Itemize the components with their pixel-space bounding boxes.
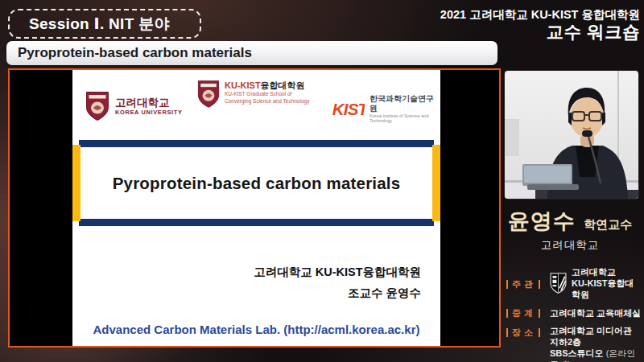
broadcast-line1: 고려대학교 교육매체실 <box>550 307 641 319</box>
host-label: 주관 <box>512 278 536 290</box>
broadcast-label-group: 중계 <box>506 307 550 319</box>
ku-name-ko: 고려대학교 <box>115 97 183 109</box>
separator <box>539 328 540 337</box>
yellow-bar-left <box>72 145 80 221</box>
kukist-shield-icon <box>197 80 220 109</box>
kist-acronym-text: KIST <box>332 100 365 118</box>
lab-website-text: Advanced Carbon Materials Lab. (http://a… <box>72 323 440 336</box>
session-badge: Session Ⅰ. NIT 분야 <box>8 9 201 39</box>
venue-line2-bold: SBS스튜디오 <box>550 348 606 358</box>
separator <box>539 309 540 318</box>
kukist-title-line: KU-KIST융합대학원 <box>225 80 309 91</box>
kukist-logo-text: KU-KIST융합대학원 KU-KIST Graduate School of … <box>225 80 309 105</box>
separator <box>506 309 508 318</box>
kist-logo-text: 한국과학기술연구원 Korea Institute of Science and… <box>369 94 440 123</box>
slide-logo-row: 고려대학교 KOREA UNIVERSITY KU-KIST융합대학원 <box>72 70 440 133</box>
host-content: 고려대학교 KU-KIST융합대학원 <box>550 266 642 300</box>
event-title: 2021 고려대학교 KU-KIST 융합대학원 교수 워크숍 <box>440 6 640 42</box>
host-label-group: 주관 <box>506 278 550 290</box>
kist-logo: KIST 한국과학기술연구원 Korea Institute of Scienc… <box>332 94 440 123</box>
yellow-bar-right <box>432 145 440 221</box>
venue-label-group: 장소 <box>506 327 550 339</box>
venue-label: 장소 <box>512 327 536 339</box>
ku-logo-text: 고려대학교 KOREA UNIVERSITY <box>115 97 183 116</box>
host-line1: 고려대학교 <box>572 266 642 278</box>
venue-line2: SBS스튜디오 (온라인중계) <box>550 348 642 362</box>
slide-affiliation: 고려대학교 KU-KIST융합대학원 <box>254 261 421 282</box>
speaker-affiliation: 고려대학교 <box>497 238 642 253</box>
separator <box>539 280 540 289</box>
broadcast-content: 고려대학교 교육매체실 <box>550 307 641 319</box>
info-row-host: 주관 고려대학교 KU-KIST융합대학원 <box>506 266 642 300</box>
event-info-rows: 주관 고려대학교 KU-KIST융합대학원 <box>506 266 642 362</box>
venue-line1: 고려대학교 미디어관 지하2층 <box>550 325 642 348</box>
kist-name-ko: 한국과학기술연구원 <box>369 94 440 113</box>
ku-kist-logo: KU-KIST융합대학원 KU-KIST Graduate School of … <box>197 80 309 109</box>
host-line2: KU-KIST융합대학원 <box>572 278 642 300</box>
talk-title-bar: Pyroprotein-based carbon materials <box>6 41 497 65</box>
venue-content: 고려대학교 미디어관 지하2층 SBS스튜디오 (온라인중계) <box>550 325 642 362</box>
slide-title-text: Pyroprotein-based carbon materials <box>82 147 431 219</box>
korea-university-logo: 고려대학교 KOREA UNIVERSITY <box>85 91 183 121</box>
speaker-portrait-illustration <box>505 71 638 199</box>
slide-title-box: Pyroprotein-based carbon materials <box>72 140 440 226</box>
kukist-sub-line1: KU-KIST Graduate School of <box>225 91 309 98</box>
info-row-venue: 장소 고려대학교 미디어관 지하2층 SBS스튜디오 (온라인중계) <box>506 325 642 362</box>
presentation-slide: 고려대학교 KOREA UNIVERSITY KU-KIST융합대학원 <box>72 70 440 346</box>
stream-frame: Session Ⅰ. NIT 분야 2021 고려대학교 KU-KIST 융합대… <box>0 0 644 362</box>
talk-title-text: Pyroprotein-based carbon materials <box>18 45 252 61</box>
kukist-acronym: KU-KIST <box>225 80 261 90</box>
kist-wordmark-icon: KIST <box>332 97 365 121</box>
slide-author-block: 고려대학교 KU-KIST융합대학원 조교수 윤영수 <box>254 261 421 303</box>
ku-shield-icon <box>85 91 109 121</box>
slide-frame: 고려대학교 KOREA UNIVERSITY KU-KIST융합대학원 <box>8 68 501 348</box>
speaker-identity: 윤영수 학연교수 고려대학교 <box>497 207 642 253</box>
session-badge-label: Session Ⅰ. NIT 분야 <box>29 14 170 35</box>
speaker-role: 학연교수 <box>584 217 632 231</box>
speaker-name-row: 윤영수 학연교수 <box>497 207 642 236</box>
event-title-line1: 2021 고려대학교 KU-KIST 융합대학원 <box>440 6 640 23</box>
speaker-video-feed <box>505 71 638 199</box>
speaker-name: 윤영수 <box>508 209 576 233</box>
kukist-suffix: 융합대학원 <box>261 80 305 90</box>
separator <box>506 280 508 289</box>
navy-bar-top <box>79 140 434 147</box>
kukist-sub-line2: Converging Science and Technology <box>225 98 309 105</box>
ku-name-en: KOREA UNIVERSITY <box>115 109 183 116</box>
event-title-line2: 교수 워크숍 <box>440 23 640 42</box>
slide-presenter: 조교수 윤영수 <box>254 282 421 303</box>
navy-bar-bottom <box>79 219 434 226</box>
kukist-mono-shield-icon <box>550 270 567 296</box>
separator <box>506 328 508 337</box>
host-text: 고려대학교 KU-KIST융합대학원 <box>572 266 642 300</box>
kist-name-en: Korea Institute of Science and Technolog… <box>369 113 440 123</box>
info-row-broadcast: 중계 고려대학교 교육매체실 <box>506 307 642 319</box>
broadcast-label: 중계 <box>512 307 536 319</box>
